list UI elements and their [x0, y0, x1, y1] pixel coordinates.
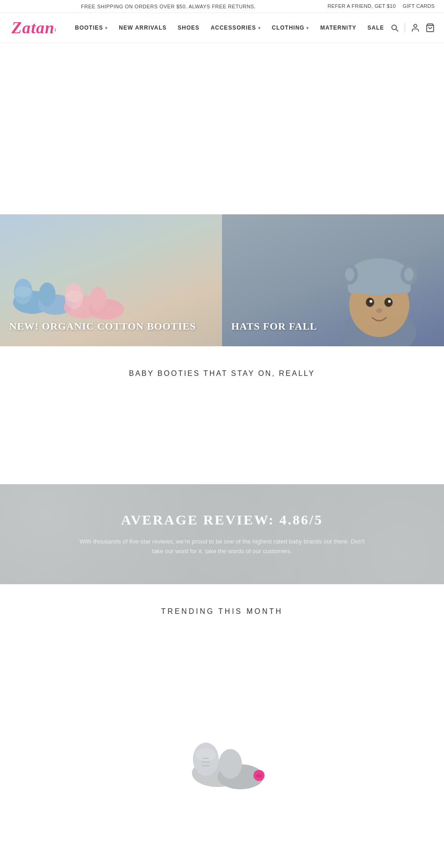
banner-right-text: HATS FOR FALL [231, 320, 317, 332]
nav-accessories[interactable]: ACCESSORIES ▾ [205, 13, 266, 43]
pink-booties-illustration [60, 272, 134, 323]
svg-rect-32 [256, 774, 262, 777]
tagline-section: BABY BOOTIES THAT STAY ON, REALLY [0, 346, 444, 401]
refer-link[interactable]: REFER A FRIEND, GET $10 [327, 3, 395, 9]
nav-sale[interactable]: SALE [362, 13, 390, 43]
booties-arrow: ▾ [105, 25, 108, 31]
product-preview [0, 643, 444, 792]
header-icons [390, 23, 435, 32]
cart-icon[interactable] [426, 23, 435, 32]
baby-hat-illustration [328, 226, 430, 346]
clothing-arrow: ▾ [306, 25, 309, 31]
banner-left-text: NEW! ORGANIC COTTON BOOTIES [9, 320, 196, 332]
tagline-text: BABY BOOTIES THAT STAY ON, REALLY [9, 369, 435, 378]
top-bar: FREE SHIPPING ON ORDERS OVER $50. ALWAYS… [0, 0, 444, 13]
gift-cards-link[interactable]: GIFT CARDS [403, 3, 435, 9]
review-section: AVERAGE REVIEW: 4.86/5 With thousands of… [0, 484, 444, 584]
top-bar-right: REFER A FRIEND, GET $10 GIFT CARDS [327, 3, 435, 9]
banner-section: NEW! ORGANIC COTTON BOOTIES [0, 214, 444, 346]
svg-point-10 [66, 291, 82, 302]
nav-shoes[interactable]: SHOES [172, 13, 205, 43]
shipping-message: FREE SHIPPING ON ORDERS OVER $50. ALWAYS… [9, 4, 327, 9]
hero-section [0, 43, 444, 214]
product-placeholder [180, 708, 264, 792]
banner-right[interactable]: HATS FOR FALL [222, 214, 444, 346]
svg-point-5 [15, 286, 31, 297]
trending-section: TRENDING THIS MONTH [0, 584, 444, 643]
trending-product-image [180, 708, 291, 792]
svg-point-30 [219, 749, 242, 779]
svg-point-23 [370, 300, 372, 303]
search-icon[interactable] [390, 23, 399, 32]
logo[interactable]: Zatano [9, 16, 56, 40]
review-description: With thousands of five-star reviews, we'… [74, 537, 370, 556]
logo-svg: Zatano [9, 16, 56, 37]
nav-maternity[interactable]: MATERNITY [314, 13, 362, 43]
svg-point-12 [90, 287, 106, 311]
svg-point-28 [196, 748, 216, 761]
svg-point-25 [376, 308, 382, 313]
nav-new-arrivals[interactable]: NEW ARRIVALS [113, 13, 172, 43]
trending-title: TRENDING THIS MONTH [9, 607, 435, 616]
svg-point-1 [414, 25, 417, 28]
svg-text:Zatano: Zatano [11, 19, 56, 37]
accessories-arrow: ▾ [258, 25, 261, 31]
svg-point-24 [388, 300, 391, 303]
nav-divider [405, 23, 405, 32]
nav-clothing[interactable]: CLOTHING ▾ [266, 13, 315, 43]
white-space-mid [0, 401, 444, 484]
account-icon[interactable] [411, 23, 420, 32]
svg-point-19 [345, 268, 354, 281]
main-nav: BOOTIES ▾ NEW ARRIVALS SHOES ACCESSORIES… [69, 13, 390, 43]
nav-booties[interactable]: BOOTIES ▾ [69, 13, 113, 43]
header: Zatano BOOTIES ▾ NEW ARRIVALS SHOES ACCE… [0, 13, 444, 43]
banner-left[interactable]: NEW! ORGANIC COTTON BOOTIES [0, 214, 222, 346]
svg-point-7 [39, 282, 56, 306]
svg-point-20 [404, 268, 413, 281]
review-rating: AVERAGE REVIEW: 4.86/5 [9, 512, 435, 528]
